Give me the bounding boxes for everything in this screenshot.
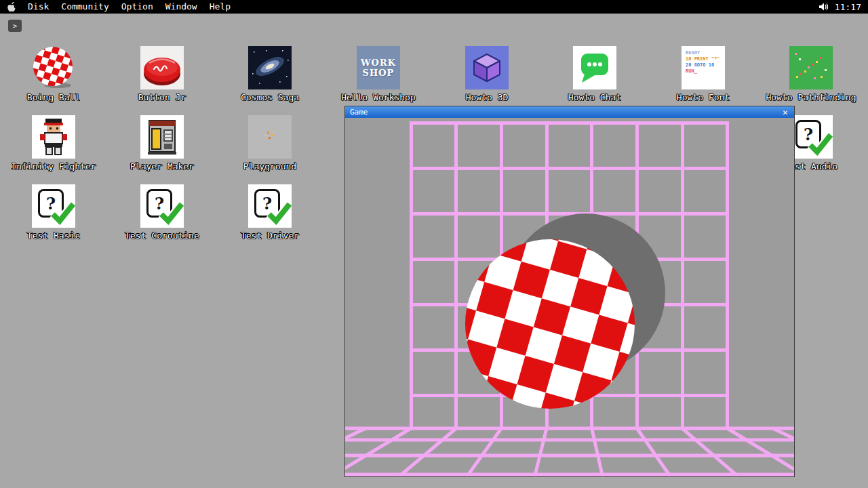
desktop-icon-howto-font[interactable]: READY 10 PRINT "*" 20 GOTO 10 RUN_ Howto… (649, 46, 757, 102)
menu-item-window[interactable]: Window (159, 0, 203, 14)
icon-label: Howto Font (677, 92, 730, 102)
game-window: Game × (344, 106, 795, 477)
desktop-icon-howto-pathfinding[interactable]: Howto Pathfinding (757, 46, 865, 102)
test-coroutine-icon: ? (140, 184, 184, 228)
font-icon-line: RUN_ (686, 69, 723, 74)
icon-label: Cosmos Saga (241, 92, 299, 102)
font-listing-icon: READY 10 PRINT "*" 20 GOTO 10 RUN_ (682, 46, 725, 89)
boing-ball (465, 239, 635, 409)
menu-item-community[interactable]: Community (55, 0, 115, 14)
window-titlebar[interactable]: Game × (345, 106, 794, 118)
check-icon (157, 199, 184, 227)
icon-label: Playground (243, 161, 296, 171)
workshop-icon: WORK SHOP (357, 46, 400, 89)
menu-item-option[interactable]: Option (115, 0, 159, 14)
icon-label: Howto 3D (466, 92, 509, 102)
icon-label: Player Maker (130, 161, 194, 171)
desktop-icon-test-driver[interactable]: ? Test Driver (216, 184, 324, 241)
icon-label: Hello Workshop (341, 92, 416, 102)
game-scene (345, 118, 794, 476)
speaker-icon[interactable] (818, 2, 829, 12)
fighter-icon (32, 115, 75, 159)
desktop-icon-hello-workshop[interactable]: WORK SHOP Hello Workshop (324, 46, 433, 102)
menu-item-help[interactable]: Help (203, 0, 237, 14)
workshop-icon-text: WORK (361, 58, 396, 68)
desktop-icon-infinity-fighter[interactable]: Infinity Fighter (0, 115, 108, 171)
chat-bubble-icon (573, 46, 616, 89)
icon-label: Boing Ball (27, 92, 80, 102)
clock: 11:17 (835, 2, 861, 12)
menubar: Disk Community Option Window Help 11:17 (0, 0, 868, 14)
playground-icon (248, 115, 292, 159)
font-icon-line: 10 PRINT "*" (686, 57, 723, 62)
cube-3d-icon (465, 46, 509, 89)
desktop-icon-test-basic[interactable]: ? Test Basic (0, 184, 108, 241)
boing-ball-icon (32, 46, 75, 89)
desktop-icon-playground[interactable]: Playground (216, 115, 324, 171)
desktop: { "menubar": { "items": ["Disk", "Commun… (0, 0, 868, 488)
icon-label: Button Jr (138, 92, 186, 102)
pathfinding-icon (789, 46, 833, 89)
icon-label: Howto Pathfinding (766, 92, 856, 102)
menu-item-disk[interactable]: Disk (22, 0, 55, 14)
test-driver-icon: ? (248, 184, 292, 228)
window-title: Game (349, 108, 368, 117)
icon-label: Test Basic (27, 230, 80, 241)
desktop-icon-test-coroutine[interactable]: ? Test Coroutine (108, 184, 216, 241)
cosmos-saga-icon (248, 46, 292, 89)
font-icon-line: 20 GOTO 10 (686, 63, 723, 68)
floor-grid (345, 428, 794, 476)
font-icon-line: READY (686, 51, 723, 56)
desktop-icon-boing-ball[interactable]: Boing Ball (0, 46, 108, 102)
button-jr-icon (140, 46, 184, 89)
prompt-button[interactable]: > (8, 20, 22, 32)
player-maker-icon (140, 115, 184, 159)
icon-label: Test Coroutine (125, 230, 199, 241)
workshop-icon-text: SHOP (363, 68, 395, 78)
desktop-icon-howto-3d[interactable]: Howto 3D (433, 46, 541, 102)
close-button[interactable]: × (780, 106, 791, 118)
test-audio-icon: ? (789, 115, 833, 159)
desktop-icon-button-jr[interactable]: Button Jr (108, 46, 216, 102)
check-icon (264, 199, 292, 227)
check-icon (48, 199, 75, 227)
test-basic-icon: ? (32, 184, 75, 228)
system-logo-icon[interactable] (7, 1, 16, 12)
game-viewport[interactable] (345, 118, 794, 476)
check-icon (806, 129, 833, 158)
desktop-icon-howto-chat[interactable]: Howto Chat (540, 46, 649, 102)
icon-label: Howto Chat (568, 92, 621, 102)
icon-label: Infinity Fighter (11, 161, 96, 171)
desktop-icon-cosmos-saga[interactable]: Cosmos Saga (216, 46, 324, 102)
icon-label: Test Driver (241, 230, 299, 241)
desktop-icon-player-maker[interactable]: Player Maker (108, 115, 216, 171)
